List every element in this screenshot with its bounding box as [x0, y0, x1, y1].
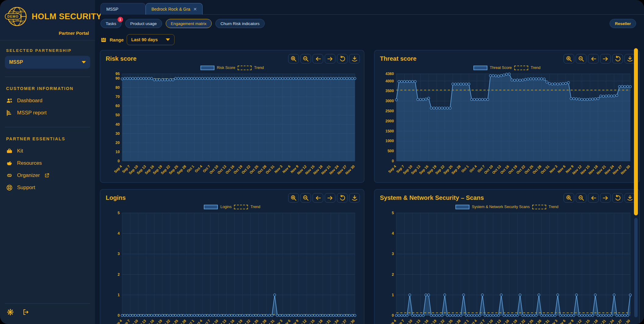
download-button[interactable]: [625, 54, 635, 63]
svg-text:0: 0: [118, 159, 120, 163]
reseller-button[interactable]: Reseller: [610, 19, 636, 28]
chart-legend: Risk Score Trend: [106, 65, 359, 71]
sign-out-button[interactable]: [22, 308, 29, 317]
svg-text:3500: 3500: [385, 89, 394, 93]
subtab-row: Tasks 1 Product usage Engagement matrix …: [101, 19, 636, 28]
svg-text:Oct 4: Oct 4: [469, 164, 477, 173]
series-label: Risk Score: [217, 66, 235, 70]
brand-subtitle: Partner Portal: [6, 31, 89, 36]
download-button[interactable]: [349, 193, 360, 203]
vertical-scrollbar: [634, 48, 638, 317]
subtab-churn-risk-indicators[interactable]: Churn Risk indicators: [215, 19, 265, 28]
series-label: Threat Score: [490, 66, 512, 70]
series-label: Logins: [220, 205, 232, 209]
svg-text:60: 60: [115, 104, 120, 108]
close-icon[interactable]: ✕: [193, 7, 197, 12]
sidebar-item-dashboard[interactable]: Dashboard: [0, 95, 95, 107]
chart-legend: Threat Score Trend: [380, 65, 634, 71]
reset-button[interactable]: [612, 193, 623, 203]
sidebar-item-support[interactable]: Support: [0, 182, 95, 194]
sidebar-item-label: MSSP report: [17, 110, 47, 116]
zoom-out-button[interactable]: [576, 54, 586, 63]
svg-text:Oct 16: Oct 16: [500, 164, 510, 175]
reset-button[interactable]: [337, 193, 348, 203]
svg-text:Sep 7: Sep 7: [396, 319, 405, 324]
svg-text:4: 4: [392, 231, 394, 236]
pan-left-button[interactable]: [588, 193, 599, 203]
risk-score-chart[interactable]: 010203040506070809095Sep 4Sep 7Sep 10Sep…: [106, 71, 359, 178]
sidebar-item-label: Kit: [17, 148, 23, 154]
sidebar-item-organizer[interactable]: Organizer: [0, 169, 95, 182]
trend-swatch: [238, 66, 252, 70]
svg-text:0: 0: [392, 313, 394, 318]
sidebar-item-resources[interactable]: Resources: [0, 157, 95, 169]
svg-text:0: 0: [118, 313, 120, 318]
zoom-out-button[interactable]: [576, 193, 586, 203]
reseller-label: Reseller: [615, 21, 631, 26]
tab-bedrock-rock[interactable]: Bedrock Rock & Gra ✕: [146, 3, 203, 15]
zoom-in-button[interactable]: [288, 54, 299, 63]
panel-toolbar: [288, 54, 360, 63]
svg-text:30: 30: [115, 131, 120, 136]
svg-text:Oct 4: Oct 4: [469, 319, 477, 324]
threat-score-chart[interactable]: 050010001500200025003000350040004360Sep …: [380, 71, 634, 178]
pan-right-icon: [327, 195, 334, 201]
zoom-in-button[interactable]: [564, 193, 574, 203]
sidebar-item-kit[interactable]: Kit: [0, 145, 95, 157]
zoom-out-button[interactable]: [300, 193, 311, 203]
reset-icon: [614, 56, 621, 62]
download-button[interactable]: [625, 193, 635, 203]
svg-text:2: 2: [118, 272, 120, 277]
selected-partnership-label: SELECTED PARTNERSHIP: [6, 48, 89, 53]
brand-name: HOLM SECURITY: [32, 12, 102, 21]
reset-button[interactable]: [337, 54, 348, 63]
svg-text:Oct 4: Oct 4: [194, 319, 203, 324]
series-swatch: [473, 66, 487, 70]
svg-text:2: 2: [392, 272, 394, 277]
svg-text:3: 3: [392, 252, 394, 256]
pan-right-icon: [327, 56, 334, 62]
range-value: Last 90 days: [131, 37, 158, 42]
svg-text:Oct 13: Oct 13: [491, 164, 501, 175]
svg-text:Nov 9: Nov 9: [565, 319, 574, 324]
svg-text:Oct 1: Oct 1: [461, 164, 469, 173]
chart-legend: Logins Trend: [106, 204, 359, 210]
pan-left-button[interactable]: [313, 54, 323, 63]
scrollbar-thumb[interactable]: [634, 48, 638, 215]
range-select[interactable]: Last 90 days: [127, 34, 175, 45]
pan-right-icon: [602, 195, 609, 201]
sidebar-item-mssp-report[interactable]: MSSP report: [0, 107, 95, 119]
subtab-label: Engagement matrix: [171, 21, 207, 26]
zoom-out-button[interactable]: [300, 54, 311, 63]
svg-text:Oct 19: Oct 19: [233, 164, 243, 175]
zoom-in-button[interactable]: [288, 193, 299, 203]
subtab-product-usage[interactable]: Product usage: [125, 19, 162, 28]
pan-left-button[interactable]: [313, 193, 323, 203]
pan-left-button[interactable]: [588, 54, 599, 63]
trend-label: Trend: [549, 205, 558, 209]
pan-right-button[interactable]: [325, 193, 335, 203]
pan-right-button[interactable]: [325, 54, 335, 63]
zoom-in-button[interactable]: [564, 54, 574, 63]
svg-text:Oct 13: Oct 13: [217, 164, 227, 175]
svg-text:Oct 10: Oct 10: [483, 164, 494, 175]
sidebar-item-label: Dashboard: [17, 98, 42, 104]
panel-toolbar: [288, 193, 360, 203]
series-swatch: [200, 66, 214, 70]
panel-toolbar: [564, 193, 635, 203]
reset-icon: [614, 195, 621, 201]
subtab-tasks[interactable]: Tasks 1: [101, 19, 122, 28]
subtab-engagement-matrix[interactable]: Engagement matrix: [166, 19, 212, 28]
download-icon: [627, 195, 633, 201]
partnership-select[interactable]: MSSP: [5, 56, 90, 69]
download-button[interactable]: [349, 54, 360, 63]
svg-text:Oct 1: Oct 1: [186, 164, 195, 173]
logins-chart[interactable]: 012345Sep 4Sep 7Sep 10Sep 13Sep 16Sep 19…: [106, 211, 359, 324]
settings-button[interactable]: [7, 308, 14, 317]
scans-chart[interactable]: 012345Sep 4Sep 7Sep 10Sep 13Sep 16Sep 19…: [380, 211, 634, 324]
reset-button[interactable]: [612, 54, 623, 63]
pan-right-button[interactable]: [600, 193, 611, 203]
pan-right-button[interactable]: [600, 54, 611, 63]
divider: [5, 127, 90, 127]
tab-mssp[interactable]: MSSP: [101, 3, 146, 15]
